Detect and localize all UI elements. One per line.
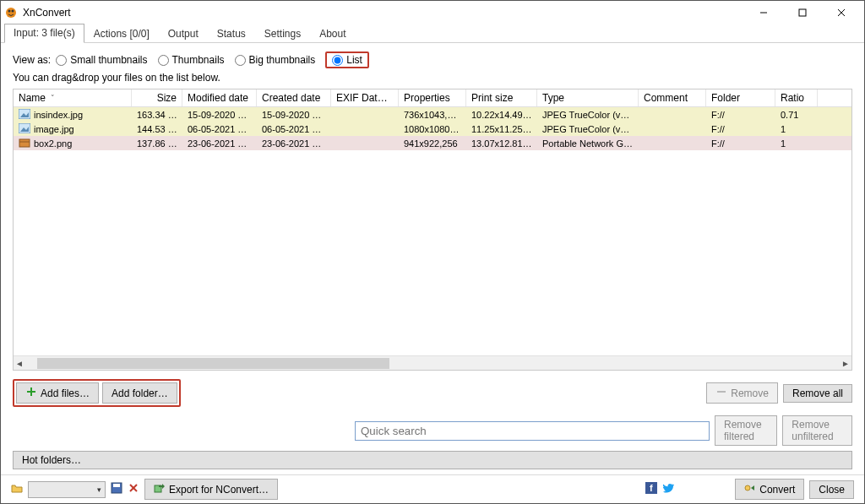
window-title: XnConvert	[23, 7, 71, 19]
col-properties[interactable]: Properties	[399, 89, 466, 106]
col-type[interactable]: Type	[537, 89, 639, 106]
svg-rect-15	[717, 391, 726, 393]
col-comment[interactable]: Comment	[639, 89, 706, 106]
svg-point-23	[745, 485, 750, 490]
button-row: Add files… Add folder… Remove Remove all	[13, 379, 852, 407]
app-icon	[4, 6, 18, 19]
close-app-button[interactable]: Close	[809, 480, 854, 499]
save-icon[interactable]	[111, 482, 122, 496]
table-row[interactable]: image.jpg 144.53 KiB 06-05-2021 16:1… 06…	[14, 122, 851, 136]
plus-icon	[25, 386, 37, 400]
tab-bar: Input: 3 file(s) Actions [0/0] Output St…	[1, 24, 864, 43]
horizontal-scrollbar[interactable]: ◄ ►	[14, 355, 851, 370]
tab-status[interactable]: Status	[208, 24, 255, 43]
box-icon	[19, 138, 30, 149]
remove-filtered-button[interactable]: Remove filtered	[715, 415, 777, 446]
svg-rect-14	[27, 391, 35, 393]
minimize-button[interactable]	[744, 1, 783, 24]
view-as-row: View as: Small thumbnails Thumbnails Big…	[13, 51, 852, 68]
remove-unfiltered-button[interactable]: Remove unfiltered	[782, 415, 852, 446]
add-folder-button[interactable]: Add folder…	[102, 382, 177, 404]
view-as-label: View as:	[13, 54, 51, 66]
quick-search-input[interactable]	[355, 421, 710, 441]
table-row[interactable]: insindex.jpg 163.34 KiB 15-09-2020 17:4……	[14, 107, 851, 122]
tab-output[interactable]: Output	[159, 24, 208, 43]
col-size[interactable]: Size	[132, 89, 182, 106]
preset-combo[interactable]	[28, 481, 106, 498]
svg-rect-17	[113, 484, 120, 487]
search-row: Remove filtered Remove unfiltered	[13, 415, 852, 446]
col-print[interactable]: Print size	[466, 89, 537, 106]
radio-big-thumbnails[interactable]: Big thumbnails	[235, 54, 316, 66]
minus-icon	[715, 386, 727, 400]
export-icon	[154, 482, 166, 496]
radio-list[interactable]: List	[332, 54, 362, 66]
svg-rect-11	[19, 139, 30, 147]
close-button[interactable]	[822, 1, 861, 24]
image-icon	[19, 123, 30, 135]
col-ratio[interactable]: Ratio	[775, 89, 818, 106]
tab-actions[interactable]: Actions [0/0]	[84, 24, 159, 43]
hot-folders-button[interactable]: Hot folders…	[13, 451, 852, 469]
app-window: XnConvert Input: 3 file(s) Actions [0/0]…	[0, 0, 865, 504]
col-folder[interactable]: Folder	[706, 89, 775, 106]
content-area: View as: Small thumbnails Thumbnails Big…	[1, 43, 864, 474]
convert-button[interactable]: Convert	[735, 479, 804, 500]
tab-input[interactable]: Input: 3 file(s)	[4, 24, 84, 43]
open-folder-icon[interactable]	[11, 482, 23, 496]
file-table: Name˅ Size Modified date Created date EX…	[13, 89, 852, 371]
scroll-right-arrow[interactable]: ►	[840, 357, 851, 369]
scroll-thumb[interactable]	[37, 358, 389, 369]
titlebar: XnConvert	[1, 1, 864, 24]
convert-icon	[744, 482, 756, 496]
highlight-add-buttons: Add files… Add folder…	[13, 379, 181, 407]
window-controls	[744, 1, 861, 24]
add-files-button[interactable]: Add files…	[16, 382, 99, 404]
col-name[interactable]: Name˅	[14, 89, 132, 106]
maximize-button[interactable]	[783, 1, 822, 24]
svg-rect-4	[799, 9, 806, 16]
svg-point-2	[12, 10, 14, 13]
tab-settings[interactable]: Settings	[255, 24, 310, 43]
facebook-icon[interactable]: f	[645, 482, 657, 496]
table-header: Name˅ Size Modified date Created date EX…	[14, 89, 851, 107]
image-icon	[19, 109, 30, 121]
col-exif[interactable]: EXIF Date Taken	[331, 89, 399, 106]
col-created[interactable]: Created date	[257, 89, 331, 106]
remove-button[interactable]: Remove	[706, 382, 778, 404]
svg-text:f: f	[650, 483, 653, 493]
footer-bar: Export for NConvert… f Convert Close	[1, 474, 864, 503]
svg-point-0	[6, 8, 16, 18]
delete-icon[interactable]	[128, 482, 139, 496]
export-nconvert-button[interactable]: Export for NConvert…	[144, 479, 278, 500]
col-modified[interactable]: Modified date	[182, 89, 257, 106]
highlight-list-radio: List	[325, 51, 369, 68]
scroll-left-arrow[interactable]: ◄	[14, 357, 25, 369]
remove-all-button[interactable]: Remove all	[783, 384, 852, 403]
radio-small-thumbnails[interactable]: Small thumbnails	[56, 54, 147, 66]
svg-point-1	[8, 10, 11, 13]
table-row[interactable]: box2.png 137.86 KiB 23-06-2021 02:4… 23-…	[14, 136, 851, 150]
tab-about[interactable]: About	[310, 24, 355, 43]
drag-drop-hint: You can drag&drop your files on the list…	[13, 72, 852, 84]
radio-thumbnails[interactable]: Thumbnails	[158, 54, 225, 66]
twitter-icon[interactable]	[662, 482, 674, 496]
table-body[interactable]: insindex.jpg 163.34 KiB 15-09-2020 17:4……	[14, 107, 851, 355]
